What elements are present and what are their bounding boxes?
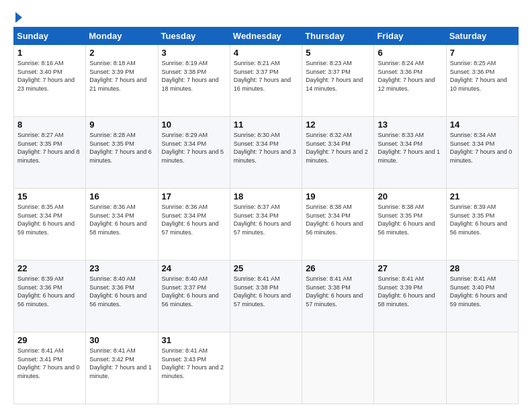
day-info-30: Sunrise: 8:41 AMSunset: 3:42 PMDaylight:… bbox=[89, 347, 154, 380]
day-info-17: Sunrise: 8:36 AMSunset: 3:34 PMDaylight:… bbox=[162, 203, 226, 236]
day-cell-21: 21Sunrise: 8:39 AMSunset: 3:35 PMDayligh… bbox=[446, 189, 518, 261]
day-number-24: 24 bbox=[162, 263, 226, 273]
day-info-29: Sunrise: 8:41 AMSunset: 3:41 PMDaylight:… bbox=[17, 347, 82, 380]
day-number-30: 30 bbox=[89, 335, 154, 345]
week-row-3: 15Sunrise: 8:35 AMSunset: 3:34 PMDayligh… bbox=[14, 189, 519, 261]
day-info-4: Sunrise: 8:21 AMSunset: 3:37 PMDaylight:… bbox=[234, 59, 298, 93]
day-cell-13: 13Sunrise: 8:33 AMSunset: 3:34 PMDayligh… bbox=[374, 117, 446, 189]
day-number-17: 17 bbox=[162, 191, 226, 201]
day-info-11: Sunrise: 8:30 AMSunset: 3:34 PMDaylight:… bbox=[234, 131, 298, 165]
day-number-22: 22 bbox=[17, 263, 82, 273]
day-number-25: 25 bbox=[234, 263, 298, 273]
day-header-monday: Monday bbox=[86, 28, 158, 45]
day-info-2: Sunrise: 8:18 AMSunset: 3:39 PMDaylight:… bbox=[89, 59, 154, 93]
day-number-13: 13 bbox=[378, 120, 442, 130]
day-cell-5: 5Sunrise: 8:23 AMSunset: 3:37 PMDaylight… bbox=[302, 45, 374, 117]
day-info-9: Sunrise: 8:28 AMSunset: 3:35 PMDaylight:… bbox=[89, 131, 154, 165]
day-info-15: Sunrise: 8:35 AMSunset: 3:34 PMDaylight:… bbox=[17, 203, 82, 236]
day-number-16: 16 bbox=[89, 191, 154, 201]
day-info-20: Sunrise: 8:38 AMSunset: 3:35 PMDaylight:… bbox=[378, 203, 442, 236]
day-info-24: Sunrise: 8:40 AMSunset: 3:37 PMDaylight:… bbox=[162, 275, 226, 308]
day-info-28: Sunrise: 8:41 AMSunset: 3:40 PMDaylight:… bbox=[450, 275, 515, 308]
day-info-6: Sunrise: 8:24 AMSunset: 3:36 PMDaylight:… bbox=[378, 59, 442, 93]
day-number-11: 11 bbox=[234, 120, 298, 130]
week-row-2: 8Sunrise: 8:27 AMSunset: 3:35 PMDaylight… bbox=[14, 117, 519, 189]
day-number-9: 9 bbox=[89, 120, 154, 130]
day-number-26: 26 bbox=[306, 263, 370, 273]
day-number-4: 4 bbox=[234, 48, 298, 58]
day-cell-2: 2Sunrise: 8:18 AMSunset: 3:39 PMDaylight… bbox=[86, 45, 158, 117]
day-number-18: 18 bbox=[234, 191, 298, 201]
day-number-7: 7 bbox=[450, 48, 515, 58]
day-cell-19: 19Sunrise: 8:38 AMSunset: 3:34 PMDayligh… bbox=[302, 189, 374, 261]
day-number-31: 31 bbox=[162, 335, 226, 345]
day-number-8: 8 bbox=[17, 120, 82, 130]
week-row-4: 22Sunrise: 8:39 AMSunset: 3:36 PMDayligh… bbox=[14, 261, 519, 332]
day-header-sunday: Sunday bbox=[14, 28, 86, 45]
empty-cell bbox=[230, 332, 302, 404]
day-info-18: Sunrise: 8:37 AMSunset: 3:34 PMDaylight:… bbox=[234, 203, 298, 236]
day-info-13: Sunrise: 8:33 AMSunset: 3:34 PMDaylight:… bbox=[378, 131, 442, 165]
day-header-saturday: Saturday bbox=[446, 28, 518, 45]
day-info-7: Sunrise: 8:25 AMSunset: 3:36 PMDaylight:… bbox=[450, 59, 515, 93]
day-cell-15: 15Sunrise: 8:35 AMSunset: 3:34 PMDayligh… bbox=[14, 189, 86, 261]
day-cell-17: 17Sunrise: 8:36 AMSunset: 3:34 PMDayligh… bbox=[158, 189, 230, 261]
day-cell-3: 3Sunrise: 8:19 AMSunset: 3:38 PMDaylight… bbox=[158, 45, 230, 117]
day-cell-12: 12Sunrise: 8:32 AMSunset: 3:34 PMDayligh… bbox=[302, 117, 374, 189]
day-number-21: 21 bbox=[450, 191, 515, 201]
day-cell-7: 7Sunrise: 8:25 AMSunset: 3:36 PMDaylight… bbox=[446, 45, 518, 117]
day-info-27: Sunrise: 8:41 AMSunset: 3:39 PMDaylight:… bbox=[378, 275, 442, 308]
day-cell-24: 24Sunrise: 8:40 AMSunset: 3:37 PMDayligh… bbox=[158, 261, 230, 332]
day-info-23: Sunrise: 8:40 AMSunset: 3:36 PMDaylight:… bbox=[89, 275, 154, 308]
day-header-tuesday: Tuesday bbox=[158, 28, 230, 45]
calendar-body: 1Sunrise: 8:16 AMSunset: 3:40 PMDaylight… bbox=[14, 45, 519, 404]
day-cell-9: 9Sunrise: 8:28 AMSunset: 3:35 PMDaylight… bbox=[86, 117, 158, 189]
day-number-23: 23 bbox=[89, 263, 154, 273]
day-info-14: Sunrise: 8:34 AMSunset: 3:34 PMDaylight:… bbox=[450, 131, 515, 165]
day-info-8: Sunrise: 8:27 AMSunset: 3:35 PMDaylight:… bbox=[17, 131, 82, 165]
day-cell-11: 11Sunrise: 8:30 AMSunset: 3:34 PMDayligh… bbox=[230, 117, 302, 189]
day-cell-14: 14Sunrise: 8:34 AMSunset: 3:34 PMDayligh… bbox=[446, 117, 518, 189]
day-number-1: 1 bbox=[17, 48, 82, 58]
day-number-3: 3 bbox=[162, 48, 226, 58]
page: SundayMondayTuesdayWednesdayThursdayFrid… bbox=[0, 0, 532, 411]
logo-triangle-icon bbox=[14, 11, 24, 24]
empty-cell bbox=[374, 332, 446, 404]
day-info-21: Sunrise: 8:39 AMSunset: 3:35 PMDaylight:… bbox=[450, 203, 515, 236]
day-cell-18: 18Sunrise: 8:37 AMSunset: 3:34 PMDayligh… bbox=[230, 189, 302, 261]
day-cell-26: 26Sunrise: 8:41 AMSunset: 3:38 PMDayligh… bbox=[302, 261, 374, 332]
day-header-thursday: Thursday bbox=[302, 28, 374, 45]
day-number-14: 14 bbox=[450, 120, 515, 130]
day-info-31: Sunrise: 8:41 AMSunset: 3:43 PMDaylight:… bbox=[162, 347, 226, 380]
day-number-5: 5 bbox=[306, 48, 370, 58]
day-header-friday: Friday bbox=[374, 28, 446, 45]
day-cell-27: 27Sunrise: 8:41 AMSunset: 3:39 PMDayligh… bbox=[374, 261, 446, 332]
day-info-5: Sunrise: 8:23 AMSunset: 3:37 PMDaylight:… bbox=[306, 59, 370, 93]
day-cell-25: 25Sunrise: 8:41 AMSunset: 3:38 PMDayligh… bbox=[230, 261, 302, 332]
day-cell-30: 30Sunrise: 8:41 AMSunset: 3:42 PMDayligh… bbox=[86, 332, 158, 404]
day-info-25: Sunrise: 8:41 AMSunset: 3:38 PMDaylight:… bbox=[234, 275, 298, 308]
day-number-12: 12 bbox=[306, 120, 370, 130]
day-number-2: 2 bbox=[89, 48, 154, 58]
day-cell-10: 10Sunrise: 8:29 AMSunset: 3:34 PMDayligh… bbox=[158, 117, 230, 189]
calendar-table: SundayMondayTuesdayWednesdayThursdayFrid… bbox=[13, 27, 519, 404]
day-info-12: Sunrise: 8:32 AMSunset: 3:34 PMDaylight:… bbox=[306, 131, 370, 165]
day-number-20: 20 bbox=[378, 191, 442, 201]
day-cell-6: 6Sunrise: 8:24 AMSunset: 3:36 PMDaylight… bbox=[374, 45, 446, 117]
day-info-3: Sunrise: 8:19 AMSunset: 3:38 PMDaylight:… bbox=[162, 59, 226, 93]
week-row-5: 29Sunrise: 8:41 AMSunset: 3:41 PMDayligh… bbox=[14, 332, 519, 404]
logo bbox=[13, 11, 24, 21]
day-number-19: 19 bbox=[306, 191, 370, 201]
day-number-27: 27 bbox=[378, 263, 442, 273]
header-row: SundayMondayTuesdayWednesdayThursdayFrid… bbox=[14, 28, 519, 45]
day-number-28: 28 bbox=[450, 263, 515, 273]
day-cell-28: 28Sunrise: 8:41 AMSunset: 3:40 PMDayligh… bbox=[446, 261, 518, 332]
header bbox=[13, 11, 519, 21]
calendar-header: SundayMondayTuesdayWednesdayThursdayFrid… bbox=[14, 28, 519, 45]
day-cell-16: 16Sunrise: 8:36 AMSunset: 3:34 PMDayligh… bbox=[86, 189, 158, 261]
day-cell-31: 31Sunrise: 8:41 AMSunset: 3:43 PMDayligh… bbox=[158, 332, 230, 404]
day-number-6: 6 bbox=[378, 48, 442, 58]
logo-wrap bbox=[13, 11, 24, 24]
day-cell-8: 8Sunrise: 8:27 AMSunset: 3:35 PMDaylight… bbox=[14, 117, 86, 189]
empty-cell bbox=[302, 332, 374, 404]
